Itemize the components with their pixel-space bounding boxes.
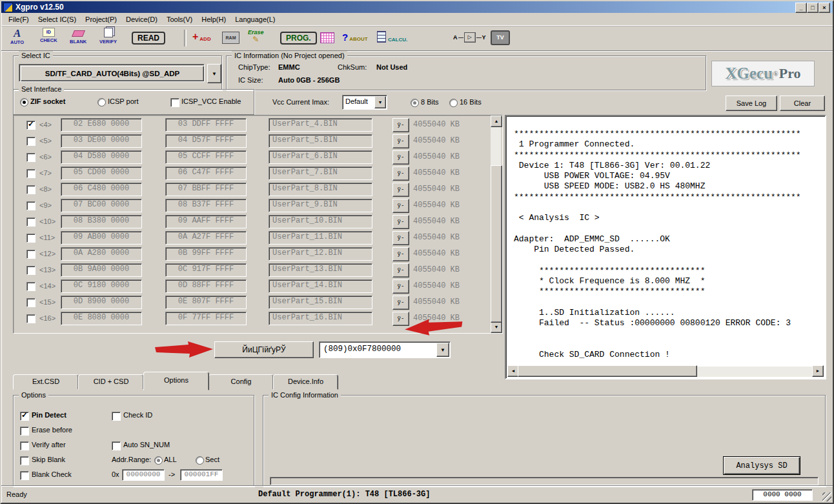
partition-checkbox[interactable]: [26, 266, 36, 275]
toolbar-blank-button[interactable]: BLANK: [70, 28, 86, 45]
resize-grip[interactable]: [822, 492, 831, 501]
toolbar-calcu-button[interactable]: CALCU.: [377, 31, 407, 43]
scrollbar-thumb[interactable]: [491, 165, 502, 323]
menu-help[interactable]: Help(H): [197, 15, 230, 24]
tab-options[interactable]: Options: [143, 372, 209, 390]
partition-size-combobox[interactable]: (809)0x0F7800000 ▼: [319, 341, 451, 358]
partition-checkbox[interactable]: [26, 282, 36, 291]
zif-socket-radio[interactable]: [20, 98, 28, 106]
toolbar-erase-button[interactable]: Erase ✎: [248, 28, 264, 44]
browse-file-button[interactable]: ÿ-: [392, 263, 409, 277]
partition-file-field[interactable]: UserPart_5.BIN: [269, 134, 372, 148]
partition-end-address-field[interactable]: 0C 917F FFFF: [165, 263, 247, 277]
partition-checkbox[interactable]: [26, 169, 36, 178]
partition-start-address-field[interactable]: 08 B380 0000: [61, 215, 142, 228]
toolbar-prog-button[interactable]: PROG.: [280, 32, 317, 45]
toolbar-verify-button[interactable]: VERIFY: [99, 28, 117, 45]
save-log-button[interactable]: Save Log: [726, 96, 777, 111]
partition-checkbox[interactable]: [26, 250, 36, 259]
partition-checkbox[interactable]: [26, 217, 36, 227]
toolbar-auto-button[interactable]: A AUTO: [10, 28, 24, 45]
partition-end-address-field[interactable]: 0B 99FF FFFF: [165, 247, 247, 261]
vcc-combobox[interactable]: Default ▼: [342, 95, 387, 110]
partition-file-field[interactable]: UserPart_11.BIN: [269, 231, 372, 245]
partition-file-field[interactable]: UserPart_15.BIN: [269, 296, 372, 309]
scroll-right-button[interactable]: ►: [812, 365, 824, 377]
browse-file-button[interactable]: ÿ-: [392, 199, 409, 213]
partition-start-address-field[interactable]: 0E 8080 0000: [61, 312, 142, 325]
log-hscrollbar-thumb[interactable]: [518, 365, 697, 377]
menu-select-ic[interactable]: Select IC(S): [34, 15, 81, 24]
close-button[interactable]: ×: [819, 3, 830, 13]
toolbar-ram-button[interactable]: RAM: [222, 32, 239, 44]
partition-start-address-field[interactable]: 05 CD00 0000: [61, 166, 142, 180]
partition-start-address-field[interactable]: 02 E680 0000: [61, 118, 142, 132]
auto-sn-checkbox[interactable]: [112, 441, 121, 450]
partition-end-address-field[interactable]: 0F 77FF FFFF: [165, 312, 247, 325]
partition-start-address-field[interactable]: 06 C480 0000: [61, 183, 142, 196]
toolbar-logic-test-button[interactable]: A ▷ Y: [453, 32, 486, 43]
partition-file-field[interactable]: UserPart_6.BIN: [269, 150, 372, 164]
partition-file-field[interactable]: UserPart_7.BIN: [269, 166, 372, 180]
clear-button[interactable]: Clear: [780, 96, 825, 111]
partition-end-address-field[interactable]: 05 CCFF FFFF: [165, 150, 247, 164]
size-dropdown-arrow-icon[interactable]: ▼: [436, 343, 449, 357]
ic-combobox-dropdown-arrow-icon[interactable]: ▼: [207, 64, 221, 83]
bits16-radio[interactable]: [449, 99, 458, 107]
browse-file-button[interactable]: ÿ-: [392, 231, 409, 245]
tab-cid-csd[interactable]: CID + CSD: [78, 374, 144, 390]
vcc-dropdown-arrow-icon[interactable]: ▼: [374, 96, 386, 108]
partition-file-field[interactable]: UserPart_8.BIN: [269, 183, 372, 196]
toolbar-matrix-button[interactable]: [320, 32, 334, 43]
partition-start-address-field[interactable]: 09 AB00 0000: [61, 231, 142, 245]
menu-tools[interactable]: Tools(V): [162, 15, 197, 24]
analysys-sd-button[interactable]: Analysys SD: [723, 456, 800, 475]
scrollbar-up-button[interactable]: ▲: [491, 116, 502, 127]
ic-combobox[interactable]: SD/TF_CARD_AUTO(4Bits) @SD_ADP: [19, 64, 205, 82]
partition-checkbox[interactable]: [26, 298, 36, 307]
partition-end-address-field[interactable]: 0A A27F FFFF: [165, 231, 247, 245]
toolbar-about-button[interactable]: ? ABOUT: [342, 32, 368, 42]
partition-file-field[interactable]: UserPart_9.BIN: [269, 199, 372, 212]
browse-file-button[interactable]: ÿ-: [392, 183, 409, 197]
partition-start-address-field[interactable]: 03 DE00 0000: [61, 134, 142, 148]
addr-range-sect-radio[interactable]: [196, 456, 204, 465]
partition-end-address-field[interactable]: 03 DDFF FFFF: [165, 118, 247, 132]
menu-device[interactable]: Device(D): [121, 15, 162, 24]
partition-end-address-field[interactable]: 04 D57F FFFF: [165, 134, 247, 148]
partition-checkbox[interactable]: [26, 234, 36, 243]
skip-blank-checkbox[interactable]: [20, 456, 29, 465]
browse-file-button[interactable]: ÿ-: [392, 279, 409, 294]
menu-language[interactable]: Language(L): [230, 15, 280, 24]
toolbar-tv-button[interactable]: TV: [491, 30, 510, 45]
verify-after-checkbox[interactable]: [20, 441, 29, 450]
browse-file-button[interactable]: ÿ-: [392, 296, 409, 310]
partition-checkbox[interactable]: [26, 153, 36, 162]
browse-file-button[interactable]: ÿ-: [392, 215, 409, 229]
range-from-field[interactable]: 00000000: [122, 469, 165, 481]
maximize-button[interactable]: □: [807, 3, 819, 13]
toolbar-add-button[interactable]: + ADD: [192, 31, 211, 42]
browse-file-button[interactable]: ÿ-: [392, 166, 409, 181]
minimize-button[interactable]: _: [795, 3, 807, 13]
tab-ext-csd[interactable]: Ext.CSD: [13, 374, 79, 390]
menu-file[interactable]: File(F): [4, 15, 34, 24]
partition-end-address-field[interactable]: 09 AAFF FFFF: [165, 215, 247, 228]
partition-start-address-field[interactable]: 0D 8900 0000: [61, 296, 142, 309]
partition-checkbox[interactable]: [26, 137, 36, 146]
partition-start-address-field[interactable]: 07 BC00 0000: [61, 199, 142, 212]
write-partition-button[interactable]: ЙиЦГїйґуРЎ: [214, 341, 314, 358]
range-to-field[interactable]: 000001FF: [180, 469, 223, 481]
partition-checkbox[interactable]: [26, 201, 36, 210]
check-id-checkbox[interactable]: [112, 412, 121, 421]
partition-end-address-field[interactable]: 0E 807F FFFF: [165, 296, 247, 309]
browse-file-button[interactable]: ÿ-: [392, 134, 409, 148]
pin-detect-checkbox[interactable]: [20, 412, 29, 421]
browse-file-button[interactable]: ÿ-: [392, 247, 409, 261]
partition-checkbox[interactable]: [26, 314, 36, 323]
scrollbar-down-button[interactable]: ▼: [491, 321, 502, 333]
blank-check-checkbox[interactable]: [20, 471, 29, 480]
icsp-vcc-checkbox[interactable]: [170, 98, 179, 107]
partition-start-address-field[interactable]: 04 D580 0000: [61, 150, 142, 164]
partition-end-address-field[interactable]: 07 BBFF FFFF: [165, 183, 247, 196]
